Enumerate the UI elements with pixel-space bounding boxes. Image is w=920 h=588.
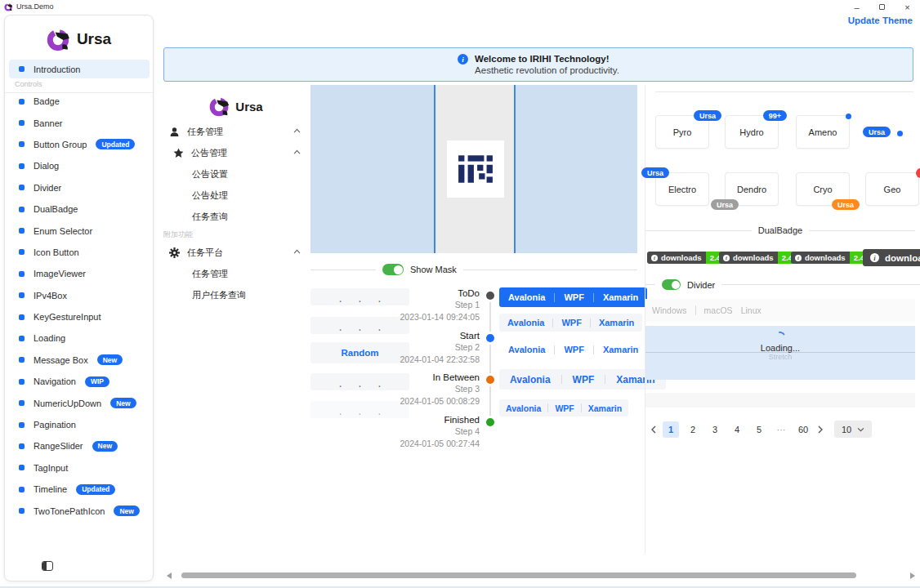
sidebar: Ursa Introduction Controls Badge Banner … (4, 15, 154, 581)
sidebar-item-badge[interactable]: Badge (5, 91, 153, 112)
empty-bar (645, 393, 915, 408)
sidebar-item-navigation[interactable]: NavigationWIP (5, 371, 153, 392)
nav-item-task-query[interactable]: 任务查询 (163, 206, 309, 227)
minimize-button[interactable]: – (844, 0, 869, 14)
image-strip (435, 85, 514, 253)
ursa-logo-icon (209, 96, 230, 117)
divider-toggle[interactable] (662, 279, 681, 290)
timeline-dot (486, 418, 494, 426)
sidebar-item-enum-selector[interactable]: Enum Selector (5, 220, 153, 241)
button-avalonia[interactable]: Avalonia (499, 287, 554, 307)
show-mask-toggle[interactable] (382, 264, 404, 275)
bullet-icon (19, 487, 25, 492)
sidebar-item-keygestureinput[interactable]: KeyGestureInput (5, 306, 153, 327)
image-viewer[interactable] (310, 85, 637, 253)
page-button-4[interactable]: 4 (729, 421, 745, 438)
sidebar-item-timeline[interactable]: TimelineUpdated (5, 479, 153, 500)
page-button-1[interactable]: 1 (663, 421, 679, 438)
status-badge: New (92, 441, 118, 452)
nav-section-label: 附加功能 (163, 227, 309, 242)
button-wpf[interactable]: WPF (553, 314, 589, 332)
page-button-2[interactable]: 2 (685, 421, 701, 438)
badge-pill: Ursa (641, 167, 669, 178)
collapse-sidebar-icon[interactable] (42, 561, 53, 571)
chevron-up-icon[interactable] (293, 249, 301, 254)
badge-pill: Ursa (694, 110, 721, 121)
bullet-icon (19, 357, 25, 363)
brand-name: Ursa (77, 30, 111, 48)
sidebar-item-icon-button[interactable]: Icon Button (5, 242, 153, 263)
nav-item-task-management[interactable]: 任务管理 (163, 121, 309, 142)
scrollbar-thumb[interactable] (181, 572, 856, 578)
nav-item-announcement-settings[interactable]: 公告设置 (163, 163, 309, 185)
dualbadge-divider: DualBadge (645, 225, 915, 235)
timeline-dot (486, 334, 494, 342)
divider-toggle-label: Divider (687, 280, 715, 290)
page-size-select[interactable]: 10 (834, 421, 872, 438)
bullet-icon (19, 141, 25, 147)
button-xamarin[interactable]: Xamarin (594, 287, 647, 307)
timeline-entry: Start Step 2 2024-01-04 22:32:58 (343, 331, 480, 365)
sidebar-item-divider[interactable]: Divider (5, 177, 153, 198)
iri-logo-image (457, 150, 494, 188)
close-button[interactable]: × (895, 0, 920, 14)
nav-item-announcement-handling[interactable]: 公告处理 (163, 185, 309, 206)
bullet-icon (19, 228, 25, 234)
sidebar-item-numericupdown[interactable]: NumericUpDownNew (5, 392, 153, 413)
nav-item-task-platform[interactable]: 任务平台 (163, 242, 309, 263)
sidebar-item-taginput[interactable]: TagInput (5, 457, 153, 479)
update-theme-button[interactable]: Update Theme (848, 16, 913, 25)
bullet-icon (19, 443, 25, 449)
button-wpf[interactable]: WPF (555, 287, 592, 307)
sidebar-item-rangeslider[interactable]: RangeSliderNew (5, 435, 153, 457)
sidebar-item-banner[interactable]: Banner (5, 112, 153, 133)
sidebar-item-twotonepathicon[interactable]: TwoTonePathIconNew (5, 500, 153, 521)
sidebar-item-loading[interactable]: Loading (5, 327, 153, 349)
scroll-left-arrow[interactable] (167, 572, 172, 579)
bullet-icon (19, 163, 25, 169)
button-xamarin[interactable]: Xamarin (594, 341, 647, 359)
sidebar-item-introduction[interactable]: Introduction (9, 60, 150, 78)
maximize-button[interactable] (869, 0, 895, 14)
scroll-right-arrow[interactable] (910, 572, 915, 579)
button-wpf[interactable]: WPF (562, 369, 605, 390)
person-icon (169, 127, 180, 137)
nav-item-announcement-management[interactable]: 公告管理 (163, 142, 309, 163)
brand: Ursa (5, 25, 153, 53)
chevron-up-icon[interactable] (293, 149, 301, 154)
button-avalonia[interactable]: Avalonia (499, 341, 554, 359)
chevron-left-icon[interactable] (650, 425, 657, 434)
page-button-60[interactable]: 60 (795, 421, 811, 438)
window-title: Ursa.Demo (16, 2, 54, 11)
status-badge: WIP (85, 376, 109, 387)
dualbadge-downloads-large: idownloads (863, 249, 920, 266)
sidebar-item-dialog[interactable]: Dialog (5, 155, 153, 176)
app-window: Ursa.Demo – × Ursa Introduction Controls… (0, 0, 920, 588)
sidebar-item-imageviewer[interactable]: ImageViewer (5, 263, 153, 284)
sidebar-item-pagination[interactable]: Pagination (5, 414, 153, 435)
sidebar-item-ipv4box[interactable]: IPv4Box (5, 285, 153, 306)
sidebar-item-message-box[interactable]: Message BoxNew (5, 350, 153, 371)
dualbadge-downloads: idownloads 2.4k (647, 252, 729, 264)
nav-item-task-management-sub[interactable]: 任务管理 (163, 263, 309, 284)
timeline-entry: In Between Step 3 2024-01-05 00:08:29 (343, 372, 480, 407)
button-avalonia[interactable]: Avalonia (499, 314, 552, 332)
badge-card-pyro: Pyro Ursa (655, 115, 709, 149)
bullet-icon (19, 120, 25, 126)
page-button-3[interactable]: 3 (707, 421, 723, 438)
chevron-right-icon[interactable] (817, 425, 824, 434)
button-group-borderless: Avalonia WPF Xamarin (499, 341, 647, 359)
sidebar-item-dualbadge[interactable]: DualBadge (5, 198, 153, 220)
page-ellipsis[interactable]: ··· (773, 421, 789, 438)
button-avalonia[interactable]: Avalonia (499, 399, 547, 416)
button-wpf[interactable]: WPF (548, 399, 580, 416)
page-button-5[interactable]: 5 (751, 421, 767, 438)
button-xamarin[interactable]: Xamarin (591, 314, 642, 332)
nav-item-user-task-query[interactable]: 用户任务查询 (163, 284, 309, 305)
button-avalonia[interactable]: Avalonia (499, 369, 561, 390)
sidebar-item-button-group[interactable]: Button GroupUpdated (5, 134, 153, 155)
chevron-up-icon[interactable] (293, 128, 301, 133)
button-xamarin[interactable]: Xamarin (582, 399, 628, 416)
button-wpf[interactable]: WPF (555, 341, 592, 359)
badge-dot (916, 168, 920, 178)
